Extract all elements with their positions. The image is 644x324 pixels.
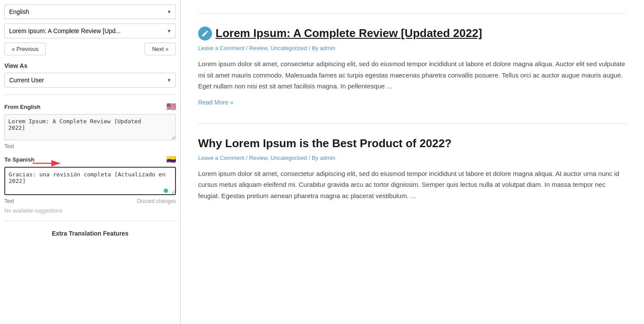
post-select-wrapper[interactable]: Lorem Ipsum: A Complete Review [Upd... [4, 24, 176, 38]
right-panel: Lorem Ipsum: A Complete Review [Updated … [181, 0, 644, 324]
post-1-pencil-icon [198, 27, 212, 40]
green-dot-indicator [164, 189, 168, 193]
post-1-by-label: By [312, 45, 318, 51]
post-item-1: Lorem Ipsum: A Complete Review [Updated … [198, 13, 627, 110]
from-section-title: From English [4, 104, 40, 110]
post-1-excerpt: Lorem ipsum dolor sit amet, consectetur … [198, 58, 627, 92]
post-1-meta-separator-2: / [309, 45, 312, 51]
view-as-label: View As [4, 62, 176, 69]
extra-features-heading: Extra Translation Features [4, 230, 176, 237]
post-divider-top [198, 13, 627, 14]
language-select[interactable]: EnglishSpanishFrenchGerman [4, 4, 176, 19]
post-select[interactable]: Lorem Ipsum: A Complete Review [Upd... [4, 24, 176, 38]
to-section-header: To Spanish 🇨🇴 [4, 155, 176, 164]
post-1-meta-separator-1: / [246, 45, 249, 51]
post-1-title: Lorem Ipsum: A Complete Review [Updated … [216, 27, 482, 40]
target-field-label: Text [4, 198, 14, 204]
source-textarea[interactable] [4, 114, 176, 140]
co-flag-icon: 🇨🇴 [166, 155, 176, 164]
divider-2 [4, 221, 176, 221]
target-textarea[interactable] [4, 167, 176, 195]
discard-changes-button[interactable]: Discard changes [137, 198, 176, 204]
target-field-row: Text Discard changes [4, 198, 176, 204]
left-panel: EnglishSpanishFrenchGerman Lorem Ipsum: … [0, 0, 181, 324]
post-1-leave-comment[interactable]: Leave a Comment [198, 45, 244, 51]
post-2-title: Why Lorem Ipsum is the Best Product of 2… [198, 137, 627, 150]
post-2-author[interactable]: admin [320, 155, 335, 161]
target-textarea-wrapper [4, 167, 176, 196]
post-2-meta: Leave a Comment / Review, Uncategorized … [198, 155, 627, 161]
to-section-title: To Spanish [4, 156, 34, 163]
post-1-meta: Leave a Comment / Review, Uncategorized … [198, 45, 627, 51]
post-2-divider [198, 123, 627, 124]
view-as-select[interactable]: Current UserGuest [4, 73, 176, 88]
post-2-categories[interactable]: Review, Uncategorized [249, 155, 307, 161]
source-field-label: Text [4, 143, 176, 149]
next-button[interactable]: Next » [145, 43, 176, 55]
post-2-meta-separator-2: / [309, 155, 312, 161]
post-2-meta-separator-1: / [246, 155, 249, 161]
from-section-header: From English 🇺🇸 [4, 102, 176, 111]
post-2-by-label: By [312, 155, 318, 161]
post-2-excerpt: Lorem ipsum dolor sit amet, consectetur … [198, 168, 627, 202]
post-1-categories[interactable]: Review, Uncategorized [249, 45, 307, 51]
view-as-select-wrapper[interactable]: Current UserGuest [4, 73, 176, 88]
us-flag-icon: 🇺🇸 [166, 102, 176, 111]
target-section: To Spanish 🇨🇴 Text Discard changes [4, 155, 176, 204]
previous-button[interactable]: « Previous [4, 43, 46, 55]
post-2-leave-comment[interactable]: Leave a Comment [198, 155, 244, 161]
post-1-author[interactable]: admin [320, 45, 335, 51]
no-suggestions: No available suggestions [4, 208, 176, 214]
nav-buttons: « Previous Next » [4, 43, 176, 55]
divider-1 [4, 94, 176, 95]
post-1-title-link[interactable]: Lorem Ipsum: A Complete Review [Updated … [198, 27, 627, 40]
post-1-read-more[interactable]: Read More » [198, 99, 233, 106]
post-item-2: Why Lorem Ipsum is the Best Product of 2… [198, 123, 627, 202]
language-select-wrapper[interactable]: EnglishSpanishFrenchGerman [4, 4, 176, 19]
